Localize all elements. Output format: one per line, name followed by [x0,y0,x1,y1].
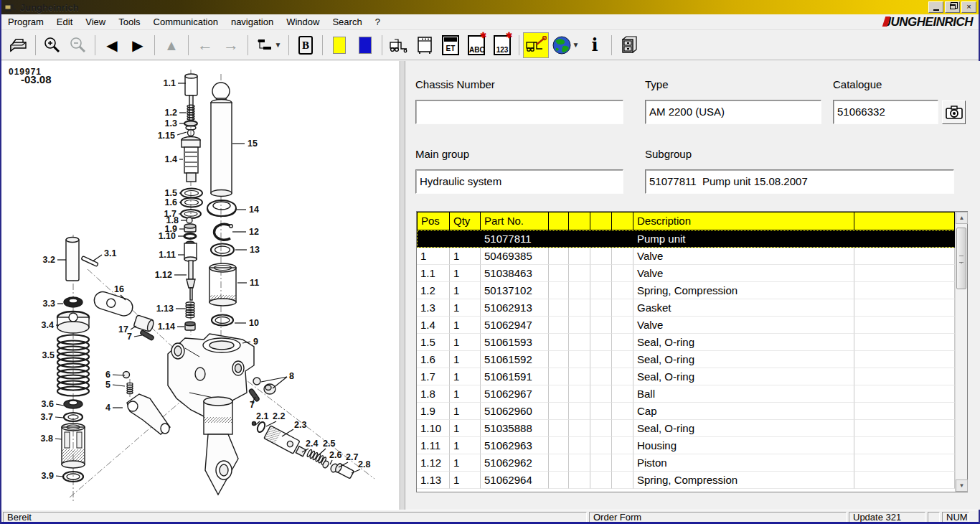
menu-item-[interactable]: ? [369,15,387,29]
yellow-marker-button[interactable] [326,32,352,58]
table-row[interactable]: 1.4151062947Valve [417,317,967,334]
diagram-callout-3.4[interactable]: 3.4 [42,320,54,330]
diagram-callout-3.3[interactable]: 3.3 [43,299,55,309]
diagram-callout-1.14[interactable]: 1.14 [158,322,175,332]
diagram-callout-1.2[interactable]: 1.2 [165,108,177,118]
diagram-callout-14[interactable]: 14 [249,205,259,215]
diagram-callout-3.8[interactable]: 3.8 [41,434,53,444]
diagram-callout-1.4[interactable]: 1.4 [165,154,177,164]
info-button[interactable]: i [582,32,608,58]
language-button[interactable]: ▼ [549,32,582,58]
diagram-callout-8[interactable]: 8 [289,371,294,381]
diagram-callout-3.2[interactable]: 3.2 [43,255,55,265]
diagram-callout-10[interactable]: 10 [249,318,259,328]
print-button[interactable] [6,32,32,58]
forward-button[interactable]: → [218,32,244,58]
menu-item-program[interactable]: Program [1,15,50,29]
diagram-callout-2.8[interactable]: 2.8 [358,459,370,469]
diagram-callout-2.3[interactable]: 2.3 [294,420,306,430]
diagram-callout-1.1[interactable]: 1.1 [164,78,176,88]
truck-selection-button[interactable] [386,32,412,58]
column-header-blank[interactable] [549,212,569,230]
diagram-callout-2.1[interactable]: 2.1 [256,411,268,421]
type-field[interactable]: AM 2200 (USA) [645,100,821,124]
previous-page-button[interactable]: ◀ [99,32,125,58]
diagram-callout-3.6[interactable]: 3.6 [42,399,54,409]
table-row[interactable]: 1.1151038463Valve [417,265,967,282]
table-row-selected[interactable]: 51077811Pump unit [417,230,967,248]
menu-item-view[interactable]: View [79,15,112,29]
up-level-button[interactable]: ▲ [159,32,184,58]
diagram-callout-1.11[interactable]: 1.11 [159,250,176,260]
diagram-callout-12[interactable]: 12 [249,227,259,237]
table-row[interactable]: 1.11151062963Housing [417,437,967,454]
abc-index-button[interactable]: ABC✱ [463,32,489,58]
column-header-blank[interactable] [612,212,633,230]
zoom-in-button[interactable] [39,32,65,58]
column-header-description[interactable]: Description [633,212,854,230]
diagram-callout-2.7[interactable]: 2.7 [346,452,358,462]
diagram-callout-1.5[interactable]: 1.5 [165,188,177,198]
column-header-pos[interactable]: Pos [417,212,450,230]
diagram-callout-16[interactable]: 16 [114,284,124,294]
tree-view-button[interactable]: ▼ [252,32,285,58]
column-header-partno[interactable]: Part No. [481,212,549,230]
diagram-callout-1.10[interactable]: 1.10 [159,231,176,241]
main-group-field[interactable]: Hydraulic system [415,169,623,194]
table-row[interactable]: 1150469385Valve [417,248,967,265]
table-row[interactable]: 1.6151061592Seal, O-ring [417,351,967,368]
menu-item-edit[interactable]: Edit [50,15,79,29]
table-row[interactable]: 1.10151035888Seal, O-ring [417,420,967,437]
image-view-button[interactable] [942,100,966,124]
column-header-qty[interactable]: Qty [450,212,481,230]
archive-button[interactable] [616,32,641,58]
column-header-blank[interactable] [854,212,955,230]
diagram-callout-1.3[interactable]: 1.3 [165,118,177,128]
table-row[interactable]: 1.3151062913Gasket [417,299,967,317]
catalogue-field[interactable]: 51066332 [833,100,938,124]
minimize-button[interactable] [928,1,943,13]
et-list-button[interactable]: ET [438,32,463,58]
back-button[interactable]: ← [192,32,218,58]
diagram-callout-2.2[interactable]: 2.2 [273,411,285,421]
next-page-button[interactable]: ▶ [125,32,151,58]
machine-cabinet-button[interactable] [412,32,438,58]
scroll-down-button[interactable]: ▼ [956,479,968,492]
table-row[interactable]: 1.8151062967Ball [417,385,967,403]
diagram-callout-5[interactable]: 5 [105,380,110,390]
diagram-panel[interactable]: 019971 -03.08 [1,61,400,510]
diagram-callout-1.15[interactable]: 1.15 [158,131,175,141]
diagram-callout-2.5[interactable]: 2.5 [323,439,335,449]
table-row[interactable]: 1.13151062964Spring, Compression [417,472,967,489]
diagram-callout-6[interactable]: 6 [105,370,110,380]
column-header-blank[interactable] [590,212,612,230]
menu-item-navigation[interactable]: navigation [225,15,280,29]
close-button[interactable]: × [961,1,976,13]
bold-b-button[interactable]: B [293,32,319,58]
table-row[interactable]: 1.12151062962Piston [417,454,967,472]
menu-item-communication[interactable]: Communication [147,15,225,29]
table-row[interactable]: 1.2150137102Spring, Compression [417,282,967,299]
menu-item-search[interactable]: Search [326,15,368,29]
diagram-callout-9[interactable]: 9 [253,337,258,347]
diagram-callout-4[interactable]: 4 [105,403,110,413]
table-scrollbar[interactable]: ▲ ▼ [955,212,967,492]
subgroup-field[interactable]: 51077811 Pump unit 15.08.2007 [645,169,954,194]
diagram-callout-13[interactable]: 13 [250,245,260,255]
diagram-callout-3.9[interactable]: 3.9 [42,471,54,481]
diagram-callout-3.5[interactable]: 3.5 [42,350,55,360]
diagram-callout-1.13[interactable]: 1.13 [156,304,174,314]
diagram-callout-3.1[interactable]: 3.1 [104,248,116,258]
blue-marker-button[interactable] [352,32,378,58]
zoom-out-button[interactable] [65,32,91,58]
diagram-callout-7[interactable]: 7 [250,400,255,410]
diagram-callout-17[interactable]: 17 [118,324,128,334]
restore-button[interactable] [945,1,960,13]
diagram-callout-1.6[interactable]: 1.6 [165,197,177,207]
table-row[interactable]: 1.7151061591Seal, O-ring [417,368,967,385]
scrollbar-thumb[interactable] [956,228,966,289]
chassis-number-field[interactable] [415,100,623,124]
scroll-up-button[interactable]: ▲ [956,212,968,224]
numeric-index-button[interactable]: 123✱ [489,32,515,58]
column-header-blank[interactable] [569,212,590,230]
